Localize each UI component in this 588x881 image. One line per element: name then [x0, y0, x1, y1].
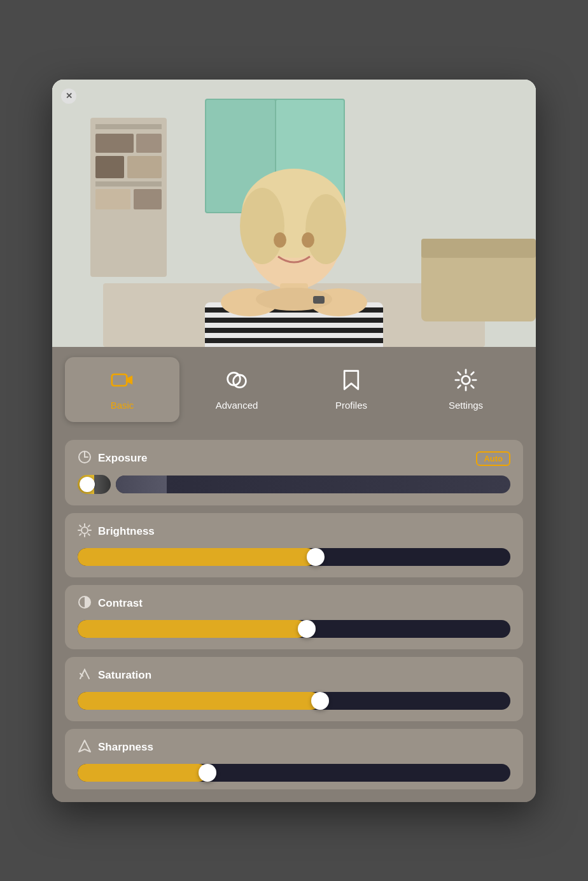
- exposure-title: Exposure: [98, 452, 147, 465]
- svg-point-16: [240, 188, 284, 264]
- contrast-card: Contrast: [65, 585, 523, 649]
- saturation-slider[interactable]: [78, 692, 510, 710]
- sharpness-title: Sharpness: [98, 741, 153, 754]
- contrast-slider[interactable]: [78, 620, 510, 638]
- brightness-icon: [78, 523, 92, 540]
- brightness-thumb: [307, 548, 325, 566]
- controls-section: Exposure Auto: [52, 435, 536, 802]
- sharpness-card: Sharpness: [65, 729, 523, 789]
- saturation-thumb: [311, 692, 329, 710]
- exposure-slider[interactable]: [116, 476, 510, 493]
- svg-rect-32: [421, 239, 536, 258]
- brightness-slider[interactable]: [78, 548, 510, 566]
- tabs-section: Basic Advanced Profiles: [52, 347, 536, 435]
- svg-point-36: [462, 376, 470, 384]
- saturation-title: Saturation: [98, 669, 151, 682]
- svg-line-46: [80, 533, 81, 535]
- auto-badge: Auto: [476, 451, 510, 466]
- svg-line-43: [80, 525, 81, 526]
- toggle-knob: [80, 477, 95, 492]
- preview-overlay: [52, 80, 536, 347]
- svg-rect-7: [136, 134, 162, 153]
- contrast-title: Contrast: [98, 597, 143, 610]
- svg-rect-9: [127, 156, 162, 178]
- svg-rect-30: [313, 296, 325, 304]
- brightness-title-group: Brightness: [78, 523, 155, 540]
- svg-rect-23: [205, 318, 383, 323]
- svg-point-38: [81, 527, 88, 533]
- contrast-fill: [78, 620, 307, 638]
- sharpness-header: Sharpness: [78, 739, 510, 756]
- svg-line-44: [88, 533, 90, 535]
- svg-rect-33: [112, 374, 127, 386]
- svg-point-17: [305, 194, 346, 264]
- app-window: ✕: [52, 80, 536, 802]
- tab-profiles[interactable]: Profiles: [294, 357, 409, 422]
- svg-rect-25: [205, 338, 383, 343]
- sharpness-fill: [78, 764, 207, 782]
- close-button[interactable]: ✕: [61, 88, 76, 104]
- toggle-track: [78, 475, 111, 494]
- gear-icon: [454, 369, 477, 395]
- circles-icon: [225, 369, 248, 395]
- svg-rect-8: [95, 156, 124, 178]
- sharpness-icon: [78, 739, 92, 756]
- exposure-toggle[interactable]: [78, 475, 111, 494]
- contrast-title-group: Contrast: [78, 595, 143, 612]
- sharpness-title-group: Sharpness: [78, 739, 153, 756]
- tab-settings-label: Settings: [449, 400, 483, 411]
- exposure-slider-fill: [116, 476, 167, 493]
- saturation-icon: [78, 667, 92, 684]
- svg-point-18: [274, 232, 286, 248]
- tab-basic[interactable]: Basic: [65, 357, 179, 422]
- svg-rect-5: [95, 124, 162, 129]
- bookmark-icon: [340, 369, 363, 395]
- brightness-header: Brightness: [78, 523, 510, 540]
- saturation-header: Saturation: [78, 667, 510, 684]
- svg-rect-6: [95, 134, 134, 153]
- contrast-icon: [78, 595, 92, 612]
- brightness-fill: [78, 548, 316, 566]
- exposure-title-group: Exposure: [78, 450, 147, 467]
- close-icon: ✕: [66, 91, 73, 101]
- sharpness-slider[interactable]: [78, 764, 510, 782]
- tab-advanced[interactable]: Advanced: [179, 357, 294, 422]
- contrast-thumb: [298, 620, 316, 638]
- exposure-icon: [78, 450, 92, 467]
- svg-point-19: [302, 232, 314, 248]
- tab-settings[interactable]: Settings: [409, 357, 523, 422]
- exposure-card: Exposure Auto: [65, 440, 523, 505]
- brightness-card: Brightness: [65, 513, 523, 577]
- exposure-header: Exposure Auto: [78, 450, 510, 467]
- svg-rect-10: [95, 181, 162, 187]
- svg-line-45: [88, 525, 90, 526]
- camera-preview: [52, 80, 536, 347]
- camera-icon: [111, 369, 134, 395]
- tab-profiles-label: Profiles: [335, 400, 367, 411]
- tab-advanced-label: Advanced: [216, 400, 258, 411]
- brightness-title: Brightness: [98, 525, 155, 538]
- tab-basic-label: Basic: [111, 400, 134, 411]
- svg-rect-12: [134, 189, 162, 209]
- svg-rect-11: [95, 189, 130, 209]
- sharpness-thumb: [199, 764, 216, 782]
- saturation-fill: [78, 692, 320, 710]
- exposure-slider-row: [78, 475, 510, 494]
- svg-rect-24: [205, 328, 383, 333]
- saturation-card: Saturation: [65, 657, 523, 721]
- contrast-header: Contrast: [78, 595, 510, 612]
- saturation-title-group: Saturation: [78, 667, 151, 684]
